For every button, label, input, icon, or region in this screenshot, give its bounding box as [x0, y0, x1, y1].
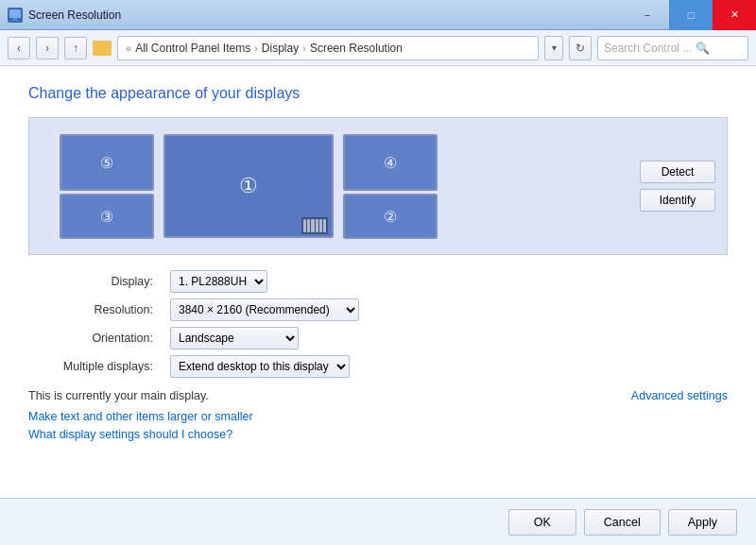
main-content: Change the appearance of your displays ① [0, 66, 756, 545]
monitor-buttons: Detect Identify [640, 161, 715, 212]
orientation-setting-row: Orientation: Landscape Portrait Landscap… [28, 327, 728, 349]
identify-button[interactable]: Identify [640, 189, 715, 212]
apply-button[interactable]: Apply [668, 509, 737, 536]
advanced-settings-link[interactable]: Advanced settings [631, 389, 728, 402]
display-control: 1. PL2888UH [170, 270, 728, 293]
multiple-displays-control: Extend desktop to this display Duplicate… [170, 355, 728, 378]
detect-button[interactable]: Detect [640, 161, 715, 183]
title-bar-controls: − □ ✕ [626, 0, 756, 30]
svg-rect-2 [11, 20, 19, 21]
breadcrumb-prefix: « [126, 43, 131, 54]
multiple-displays-setting-row: Multiple displays: Extend desktop to thi… [28, 355, 728, 378]
monitor-4-label: ④ [384, 154, 397, 172]
orientation-control: Landscape Portrait Landscape (flipped) P… [170, 327, 728, 349]
display-select[interactable]: 1. PL2888UH [170, 270, 267, 293]
resolution-control: 3840 × 2160 (Recommended) 2560 × 1440 19… [170, 298, 728, 321]
info-row: This is currently your main display. Adv… [28, 389, 728, 402]
cancel-button[interactable]: Cancel [584, 509, 661, 536]
window: Screen Resolution − □ ✕ ‹ › ↑ « All Cont… [0, 0, 756, 545]
search-placeholder-text: Search Control ... [604, 42, 692, 55]
monitor-1-label: ① [239, 174, 258, 198]
resolution-select[interactable]: 3840 × 2160 (Recommended) 2560 × 1440 19… [170, 298, 359, 321]
title-bar-left: Screen Resolution [8, 8, 121, 23]
sep-2: › [302, 43, 306, 54]
monitor-1-taskbar [301, 217, 328, 234]
display-label: Display: [28, 275, 161, 288]
page-title: Change the appearance of your displays [28, 85, 728, 102]
refresh-button[interactable]: ↻ [569, 36, 592, 60]
monitor-2-label: ② [384, 208, 397, 226]
search-box[interactable]: Search Control ... 🔍 [597, 36, 748, 60]
title-bar: Screen Resolution − □ ✕ [0, 0, 756, 30]
breadcrumb-display[interactable]: Display [262, 42, 299, 55]
sep-1: › [254, 43, 258, 54]
monitor-4[interactable]: ④ [343, 134, 438, 191]
forward-button[interactable]: › [36, 37, 59, 60]
multiple-displays-label: Multiple displays: [28, 360, 161, 373]
close-button[interactable]: ✕ [713, 0, 756, 30]
orientation-select[interactable]: Landscape Portrait Landscape (flipped) P… [170, 327, 299, 349]
help-links: Make text and other items larger or smal… [28, 410, 728, 441]
resolution-label: Resolution: [28, 303, 161, 316]
monitor-area: ① ⑤ ③ [28, 117, 728, 255]
monitor-5-label: ⑤ [100, 154, 113, 172]
monitor-3-label: ③ [100, 208, 113, 226]
address-dropdown-button[interactable]: ▾ [544, 36, 563, 60]
breadcrumb-screen-resolution[interactable]: Screen Resolution [310, 42, 403, 55]
display-setting-row: Display: 1. PL2888UH [28, 270, 728, 293]
monitor-5[interactable]: ⑤ [60, 134, 154, 191]
resolution-setting-row: Resolution: 3840 × 2160 (Recommended) 25… [28, 298, 728, 321]
address-path[interactable]: « All Control Panel Items › Display › Sc… [117, 36, 539, 60]
svg-rect-1 [13, 18, 17, 20]
back-button[interactable]: ‹ [8, 37, 30, 60]
breadcrumb-all-control-panel[interactable]: All Control Panel Items [135, 42, 250, 55]
up-button[interactable]: ↑ [64, 37, 87, 60]
ok-button[interactable]: OK [508, 509, 576, 536]
main-display-text: This is currently your main display. [28, 389, 209, 402]
monitors-container: ① ⑤ ③ [41, 129, 628, 243]
maximize-button[interactable]: □ [669, 0, 713, 30]
svg-rect-0 [9, 9, 21, 18]
orientation-label: Orientation: [28, 332, 161, 345]
bottom-bar: OK Cancel Apply [0, 498, 756, 545]
help-link-2[interactable]: What display settings should I choose? [28, 428, 728, 441]
monitor-1[interactable]: ① [163, 134, 334, 238]
minimize-button[interactable]: − [626, 0, 669, 30]
folder-icon [93, 41, 112, 56]
help-link-1[interactable]: Make text and other items larger or smal… [28, 410, 728, 423]
window-title: Screen Resolution [28, 9, 121, 22]
app-icon [8, 8, 23, 23]
monitor-3[interactable]: ③ [60, 194, 154, 239]
search-icon: 🔍 [696, 42, 710, 55]
multiple-displays-select[interactable]: Extend desktop to this display Duplicate… [170, 355, 350, 378]
monitor-2[interactable]: ② [343, 194, 438, 239]
settings-section: Display: 1. PL2888UH Resolution: 3840 × … [28, 270, 728, 378]
address-bar: ‹ › ↑ « All Control Panel Items › Displa… [0, 30, 756, 66]
